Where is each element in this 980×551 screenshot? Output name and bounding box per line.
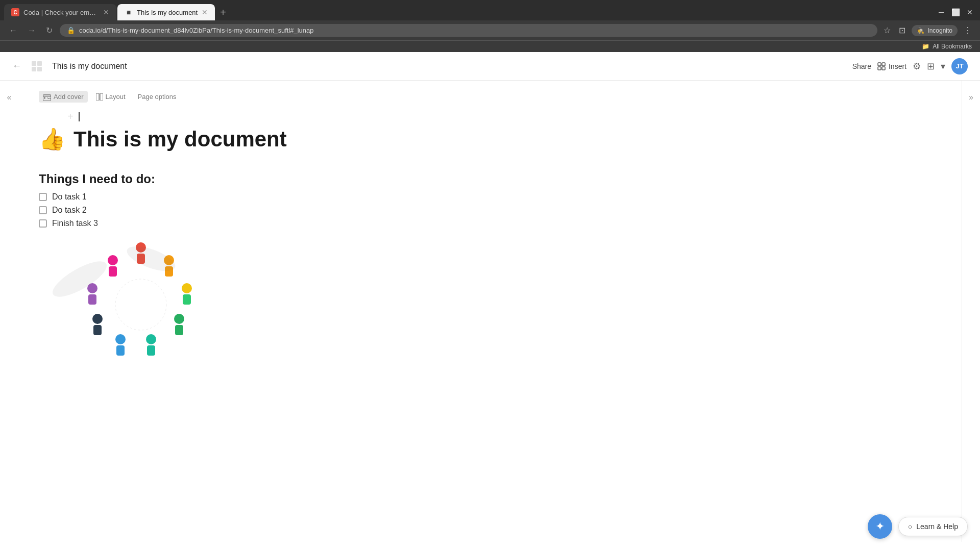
browser-chrome: C Coda | Check your email to fi... ✕ ◾ T… (0, 0, 980, 52)
layout-icon (96, 93, 103, 101)
template-icon[interactable]: ⊞ (927, 61, 935, 72)
all-bookmarks-label: All Bookmarks (933, 43, 972, 50)
main-content: « Add cover (0, 81, 980, 542)
doc-body: Add cover Layout Page options + (18, 81, 962, 542)
browser-tab-bar: C Coda | Check your email to fi... ✕ ◾ T… (0, 0, 980, 20)
svg-rect-7 (882, 67, 885, 70)
task-list: Do task 1 Do task 2 Finish task 3 (39, 192, 921, 228)
task-2-label: Do task 2 (52, 206, 87, 215)
forward-nav-button[interactable]: → (24, 24, 39, 37)
minimize-button[interactable]: ─ (935, 6, 947, 18)
sidebar-toggle-area: « (0, 81, 18, 542)
add-cover-button[interactable]: Add cover (39, 91, 88, 103)
app-header: ← This is my document Share Insert (0, 52, 980, 81)
menu-icon[interactable]: ⋮ (962, 23, 974, 37)
task-item-1: Do task 1 (39, 192, 921, 202)
tab-2-close-icon[interactable]: ✕ (202, 8, 208, 16)
background-decorations (39, 238, 192, 371)
sidebar-expand-icon[interactable]: « (7, 93, 12, 102)
header-actions: Share Insert ⚙ ⊞ ▾ JT (852, 58, 968, 74)
toolbar-actions: ☆ ⊡ 🕵 Incognito ⋮ (881, 23, 974, 37)
tab-2-title: This is my document (137, 9, 198, 16)
task-3-checkbox[interactable] (39, 219, 47, 228)
right-panel-collapse-icon[interactable]: » (969, 93, 973, 102)
svg-rect-2 (32, 67, 36, 71)
chevron-down-icon[interactable]: ▾ (941, 61, 945, 72)
insert-icon (877, 62, 886, 70)
add-cover-label: Add cover (54, 93, 84, 101)
svg-rect-10 (96, 93, 99, 101)
window-controls: ─ ⬜ ✕ (935, 6, 976, 18)
people-illustration (39, 238, 921, 383)
help-circle-icon: ○ (908, 522, 912, 531)
svg-point-13 (124, 241, 178, 276)
svg-rect-11 (100, 93, 103, 101)
svg-point-12 (48, 255, 111, 304)
section-heading: Things I need to do: (39, 172, 921, 186)
page-actions-toolbar: Add cover Layout Page options (39, 91, 921, 103)
all-bookmarks-button[interactable]: 📁 All Bookmarks (922, 43, 972, 50)
tab-1-close-icon[interactable]: ✕ (103, 8, 109, 16)
browser-tab-1[interactable]: C Coda | Check your email to fi... ✕ (4, 4, 116, 20)
doc-icon (30, 59, 44, 73)
svg-rect-6 (878, 67, 881, 70)
cursor-row: + (39, 111, 921, 122)
task-2-checkbox[interactable] (39, 206, 47, 214)
star-icon[interactable]: ☆ (881, 23, 893, 37)
browser-toolbar: ← → ↻ 🔒 coda.io/d/This-is-my-document_d8… (0, 20, 980, 40)
task-1-label: Do task 1 (52, 192, 87, 202)
app-container: ← This is my document Share Insert (0, 52, 980, 542)
svg-rect-3 (37, 67, 42, 71)
doc-emoji-icon[interactable]: 👍 (39, 127, 65, 152)
address-bar[interactable]: 🔒 coda.io/d/This-is-my-document_d84lv0Zi… (60, 24, 877, 37)
learn-help-label: Learn & Help (916, 522, 958, 531)
tab-2-favicon: ◾ (125, 8, 133, 16)
sparkle-icon: ✦ (875, 520, 885, 533)
close-button[interactable]: ✕ (964, 6, 976, 18)
task-3-label: Finish task 3 (52, 219, 98, 228)
doc-title-area: 👍 This is my document (39, 127, 921, 152)
learn-help-button[interactable]: ○ Learn & Help (898, 517, 968, 536)
incognito-badge[interactable]: 🕵 Incognito (912, 25, 958, 36)
restore-button[interactable]: ⬜ (949, 6, 962, 18)
insert-label: Insert (889, 62, 906, 70)
new-tab-button[interactable]: + (216, 5, 230, 20)
add-cover-icon (43, 93, 51, 101)
layout-label: Layout (106, 93, 126, 101)
svg-rect-1 (37, 61, 42, 66)
bookmarks-bar: 📁 All Bookmarks (0, 40, 980, 52)
doc-main-title[interactable]: This is my document (74, 127, 287, 152)
lock-icon: 🔒 (67, 27, 75, 34)
refresh-button[interactable]: ↻ (43, 23, 56, 37)
svg-point-9 (44, 97, 45, 98)
bookmarks-folder-icon: 📁 (922, 43, 929, 50)
incognito-label: Incognito (927, 27, 952, 34)
task-1-checkbox[interactable] (39, 193, 47, 201)
help-section: ✦ ○ Learn & Help (868, 514, 968, 539)
svg-rect-4 (878, 63, 881, 66)
insert-button[interactable]: Insert (877, 62, 906, 70)
task-item-2: Do task 2 (39, 206, 921, 215)
avatar[interactable]: JT (951, 58, 968, 74)
sidebar-icon[interactable]: ⊡ (897, 23, 908, 37)
settings-icon[interactable]: ⚙ (913, 61, 921, 72)
doc-title-header: This is my document (52, 62, 844, 71)
back-button[interactable]: ← (12, 61, 21, 71)
sparkle-button[interactable]: ✦ (868, 514, 892, 539)
tab-1-title: Coda | Check your email to fi... (23, 9, 99, 16)
coda-favicon: C (11, 8, 19, 16)
layout-button[interactable]: Layout (92, 91, 130, 103)
page-options-label: Page options (138, 93, 177, 101)
address-text: coda.io/d/This-is-my-document_d84lv0ZibP… (79, 27, 314, 34)
svg-rect-0 (32, 61, 36, 66)
right-panel-toggle: » (962, 81, 980, 542)
task-item-3: Finish task 3 (39, 219, 921, 228)
coda-table-icon (31, 60, 43, 72)
back-nav-button[interactable]: ← (6, 24, 20, 37)
text-cursor (79, 112, 80, 121)
browser-tab-2[interactable]: ◾ This is my document ✕ (117, 4, 215, 20)
page-options-button[interactable]: Page options (134, 91, 181, 103)
add-block-icon[interactable]: + (67, 111, 74, 122)
svg-rect-5 (882, 63, 885, 66)
share-button[interactable]: Share (852, 62, 871, 70)
